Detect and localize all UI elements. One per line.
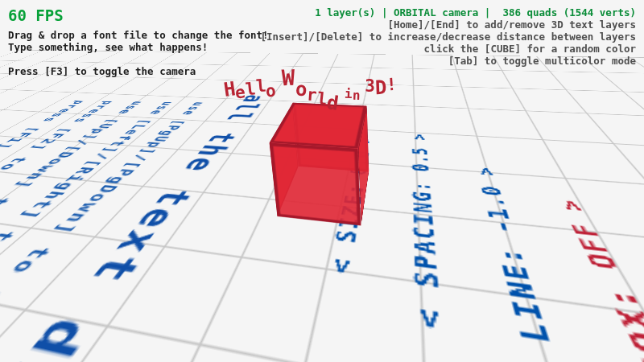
3d-scene: press [F1] to toggle the text boundrypre… xyxy=(0,0,644,362)
hello-letter: r xyxy=(306,85,317,105)
setting-label: < SPACING: 0.5 > xyxy=(409,133,447,331)
hello-letter: o xyxy=(266,81,277,101)
hello-letter: ! xyxy=(386,75,398,95)
hello-letter: 3 xyxy=(365,76,375,96)
setting-label: < LBOX: OFF > xyxy=(553,198,644,362)
hello-letter: i xyxy=(345,86,353,101)
setting-label: < LINE: -1.0 > xyxy=(473,166,577,362)
hello-letter: n xyxy=(352,88,360,103)
red-cube[interactable] xyxy=(278,167,369,226)
hello-letter: W xyxy=(282,65,295,91)
cube-face-top[interactable] xyxy=(270,103,367,149)
app-window: press [F1] to toggle the text boundrypre… xyxy=(0,0,644,362)
hello-letter xyxy=(339,79,345,90)
hello-letter: o xyxy=(295,78,307,101)
hello-world-3d-text: Hello World in 3D! xyxy=(224,68,397,93)
cube-face-front[interactable] xyxy=(270,142,361,225)
